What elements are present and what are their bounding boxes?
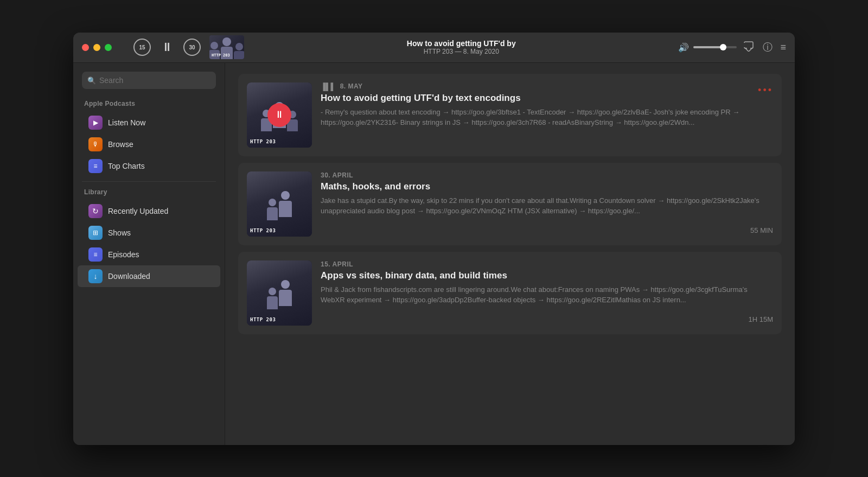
forward-button[interactable]: 30 <box>183 39 201 56</box>
episode-more-button-1[interactable]: ••• <box>758 85 773 96</box>
episode-info-2: 30. APRIL Maths, hooks, and errors Jake … <box>321 171 773 237</box>
episode-thumb-3: HTTP 203 <box>247 260 312 326</box>
listen-now-icon: ▶ <box>88 116 103 130</box>
episode-title-2: Maths, hooks, and errors <box>321 181 773 192</box>
titlebar: 15 ⏸ 30 <box>73 33 795 63</box>
episode-bars-1: ▐▌▌ <box>321 82 336 91</box>
volume-section: 🔊 ⓘ ≡ <box>678 41 786 54</box>
now-playing-info: How to avoid getting UTF'd by HTTP 203 —… <box>244 39 678 55</box>
search-icon: 🔍 <box>87 76 96 84</box>
downloaded-icon: ↓ <box>88 269 103 283</box>
sidebar-item-browse[interactable]: 🎙 Browse <box>78 133 220 155</box>
sidebar-item-top-charts[interactable]: ≡ Top Charts <box>78 155 220 177</box>
episode-meta-1: ▐▌▌ 8. MAY <box>321 82 773 91</box>
episode-duration-3: 1H 15M <box>748 315 773 323</box>
episode-desc-1: - Remy's question about text encoding → … <box>321 107 773 128</box>
sidebar-item-listen-now-label: Listen Now <box>108 118 145 127</box>
playback-controls: 15 ⏸ 30 <box>133 37 201 57</box>
episode-date-3: 15. APRIL <box>321 260 353 268</box>
now-playing-title: How to avoid getting UTF'd by <box>244 39 678 48</box>
sidebar-item-episodes-label: Episodes <box>108 250 139 259</box>
episode-thumb-1: ⏸ HTTP 203 <box>247 82 312 148</box>
browse-icon: 🎙 <box>88 137 103 151</box>
episode-thumb-2: HTTP 203 <box>247 171 312 237</box>
volume-slider[interactable] <box>693 46 737 48</box>
now-playing-thumbnail[interactable]: HTTP 203 <box>209 35 244 59</box>
episode-meta-3: 15. APRIL <box>321 260 773 268</box>
pause-button[interactable]: ⏸ <box>157 37 177 57</box>
close-button[interactable] <box>82 44 89 51</box>
episode-info-3: 15. APRIL Apps vs sites, binary data, an… <box>321 260 773 326</box>
traffic-lights <box>82 44 112 51</box>
episode-thumb-label-2: HTTP 203 <box>250 228 276 233</box>
airplay-icon[interactable] <box>743 41 754 54</box>
forward-label: 30 <box>189 44 195 50</box>
sidebar-item-listen-now[interactable]: ▶ Listen Now <box>78 112 220 133</box>
library-section-label: Library <box>73 186 225 200</box>
info-icon[interactable]: ⓘ <box>763 41 773 54</box>
search-container: 🔍 <box>73 72 225 98</box>
content-area: ⏸ HTTP 203 ▐▌▌ 8. MAY How to avoid getti… <box>225 63 795 445</box>
shows-icon: ⊞ <box>88 226 103 240</box>
recently-updated-icon: ↻ <box>88 204 103 218</box>
episode-duration-2: 55 MIN <box>750 226 773 234</box>
volume-icon: 🔊 <box>678 42 689 53</box>
episode-card-1[interactable]: ⏸ HTTP 203 ▐▌▌ 8. MAY How to avoid getti… <box>238 74 782 156</box>
pause-overlay[interactable]: ⏸ <box>247 82 312 148</box>
episode-title-1: How to avoid getting UTF'd by text encod… <box>321 93 773 104</box>
episode-card-3[interactable]: HTTP 203 15. APRIL Apps vs sites, binary… <box>238 252 782 334</box>
sidebar-item-recently-updated-label: Recently Updated <box>108 207 168 215</box>
now-playing-subtitle: HTTP 203 — 8. May 2020 <box>244 48 678 55</box>
episode-info-1: ▐▌▌ 8. MAY How to avoid getting UTF'd by… <box>321 82 773 148</box>
sidebar-item-shows[interactable]: ⊞ Shows <box>78 222 220 244</box>
episode-date-1: 8. MAY <box>340 82 363 90</box>
sidebar-item-recently-updated[interactable]: ↻ Recently Updated <box>78 200 220 222</box>
sidebar-item-top-charts-label: Top Charts <box>108 162 145 170</box>
sidebar-item-downloaded-label: Downloaded <box>108 272 150 281</box>
sidebar-item-shows-label: Shows <box>108 228 131 237</box>
episode-meta-2: 30. APRIL <box>321 171 773 179</box>
episode-date-2: 30. APRIL <box>321 171 353 179</box>
episode-desc-3: Phil & Jack from fishandscripts.com are … <box>321 284 773 306</box>
queue-icon[interactable]: ≡ <box>780 42 786 53</box>
top-charts-icon: ≡ <box>88 159 103 173</box>
episode-desc-2: Jake has a stupid cat.By the way, skip t… <box>321 195 773 217</box>
sidebar-item-browse-label: Browse <box>108 140 133 149</box>
maximize-button[interactable] <box>105 44 112 51</box>
search-input[interactable] <box>82 72 216 89</box>
apple-podcasts-section-label: Apple Podcasts <box>73 98 225 112</box>
sidebar-divider <box>82 181 216 182</box>
rewind-button[interactable]: 15 <box>133 39 151 56</box>
episode-title-3: Apps vs sites, binary data, and build ti… <box>321 270 773 281</box>
now-playing-thumb-label: HTTP 203 <box>212 53 230 58</box>
episode-pause-button[interactable]: ⏸ <box>267 103 291 127</box>
main-content: 🔍 Apple Podcasts ▶ Listen Now 🎙 Browse <box>73 63 795 445</box>
sidebar-item-episodes[interactable]: ≡ Episodes <box>78 244 220 265</box>
minimize-button[interactable] <box>93 44 100 51</box>
episode-card-2[interactable]: HTTP 203 30. APRIL Maths, hooks, and err… <box>238 163 782 245</box>
episode-thumb-label-3: HTTP 203 <box>250 317 276 322</box>
sidebar-item-downloaded[interactable]: ↓ Downloaded <box>78 265 220 287</box>
app-window: 15 ⏸ 30 <box>73 33 795 445</box>
rewind-label: 15 <box>139 44 145 50</box>
episodes-icon: ≡ <box>88 247 103 262</box>
sidebar: 🔍 Apple Podcasts ▶ Listen Now 🎙 Browse <box>73 63 225 445</box>
